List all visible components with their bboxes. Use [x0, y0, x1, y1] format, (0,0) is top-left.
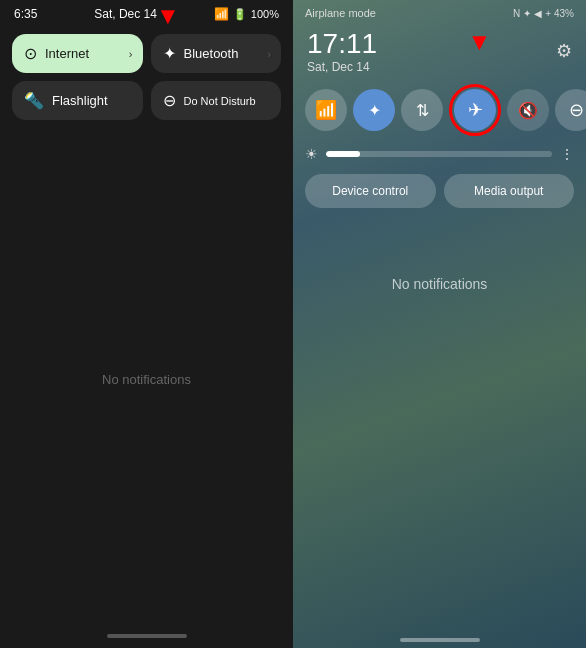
left-status-bar: 6:35 Sat, Dec 14 📶 🔋 100% — [0, 0, 293, 28]
airplane-qs-icon: ✈ — [468, 99, 483, 121]
bt-status-icon: ✦ — [523, 8, 531, 19]
nfc-status-icon: N — [513, 8, 520, 19]
dnd-label: Do Not Disturb — [184, 95, 256, 107]
bluetooth-tile[interactable]: ✦ Bluetooth › — [151, 34, 282, 73]
internet-label: Internet — [45, 46, 89, 61]
right-panel: ▼ Airplane mode N ✦ ◀ + 43% 17:11 Sat, D… — [293, 0, 586, 648]
right-date: Sat, Dec 14 — [307, 60, 377, 74]
left-red-arrow: ▼ — [156, 4, 180, 28]
dnd-qs-icon: ⊖ — [569, 99, 584, 121]
bluetooth-chevron: › — [267, 48, 271, 60]
left-no-notifications: No notifications — [0, 130, 293, 628]
brightness-bar[interactable] — [326, 151, 552, 157]
internet-chevron: › — [129, 48, 133, 60]
right-status-bar: Airplane mode N ✦ ◀ + 43% — [293, 0, 586, 26]
left-date: Sat, Dec 14 — [94, 7, 157, 21]
right-content: Airplane mode N ✦ ◀ + 43% 17:11 Sat, Dec… — [293, 0, 586, 292]
right-time-date: 17:11 Sat, Dec 14 — [307, 28, 377, 74]
wifi-status-icon: 📶 — [214, 7, 229, 21]
flashlight-icon: 🔦 — [24, 91, 44, 110]
bluetooth-label: Bluetooth — [184, 46, 239, 61]
wifi-qs-icon: 📶 — [315, 99, 337, 121]
nfc-qs-button[interactable]: ⇅ — [401, 89, 443, 131]
left-time: 6:35 — [14, 7, 37, 21]
flashlight-label: Flashlight — [52, 93, 108, 108]
wifi-qs-button[interactable]: 📶 — [305, 89, 347, 131]
battery-icon: 🔋 — [233, 8, 247, 21]
qs-pill-buttons-row: Device control Media output — [293, 166, 586, 216]
right-home-indicator — [293, 638, 586, 642]
dnd-qs-button[interactable]: ⊖ — [555, 89, 586, 131]
airplane-highlight: ✈ — [449, 84, 501, 136]
mute-qs-icon: 🔇 — [518, 101, 538, 120]
bluetooth-qs-button[interactable]: ✦ — [353, 89, 395, 131]
right-time: 17:11 — [307, 28, 377, 60]
right-home-bar — [400, 638, 480, 642]
flashlight-tile[interactable]: 🔦 Flashlight — [12, 81, 143, 120]
device-control-button[interactable]: Device control — [305, 174, 436, 208]
internet-icon: ⊙ — [24, 44, 37, 63]
right-status-icons: N ✦ ◀ + 43% — [513, 8, 574, 19]
brightness-row: ☀ ⋮ — [293, 142, 586, 166]
bluetooth-qs-icon: ✦ — [368, 101, 381, 120]
bluetooth-icon: ✦ — [163, 44, 176, 63]
left-panel: ▼ 6:35 Sat, Dec 14 📶 🔋 100% ⊙ Internet ›… — [0, 0, 293, 648]
do-not-disturb-tile[interactable]: ⊖ Do Not Disturb — [151, 81, 282, 120]
mute-qs-button[interactable]: 🔇 — [507, 89, 549, 131]
airplane-qs-button[interactable]: ✈ — [454, 89, 496, 131]
battery-percent: 100% — [251, 8, 279, 20]
quick-tiles: ⊙ Internet › ✦ Bluetooth › 🔦 Flashlight … — [0, 28, 293, 130]
left-home-bar — [107, 634, 187, 638]
volume-status-icon: ◀ — [534, 8, 542, 19]
airplane-mode-label: Airplane mode — [305, 7, 376, 19]
internet-tile[interactable]: ⊙ Internet › — [12, 34, 143, 73]
right-no-notifications: No notifications — [293, 276, 586, 292]
settings-gear-icon[interactable]: ⚙ — [556, 40, 572, 62]
left-home-indicator — [0, 628, 293, 648]
right-red-arrow: ▼ — [468, 28, 492, 56]
right-time-row: 17:11 Sat, Dec 14 ⚙ — [293, 26, 586, 78]
brightness-more-icon[interactable]: ⋮ — [560, 146, 574, 162]
left-status-icons: 📶 🔋 100% — [214, 7, 279, 21]
battery-right-percent: 43% — [554, 8, 574, 19]
brightness-fill — [326, 151, 360, 157]
qs-row: 📶 ✦ ⇅ ✈ 🔇 ⊖ — [293, 78, 586, 142]
dnd-icon: ⊖ — [163, 91, 176, 110]
media-output-button[interactable]: Media output — [444, 174, 575, 208]
battery-status-icon: + — [545, 8, 551, 19]
nfc-qs-icon: ⇅ — [416, 101, 429, 120]
brightness-icon: ☀ — [305, 146, 318, 162]
